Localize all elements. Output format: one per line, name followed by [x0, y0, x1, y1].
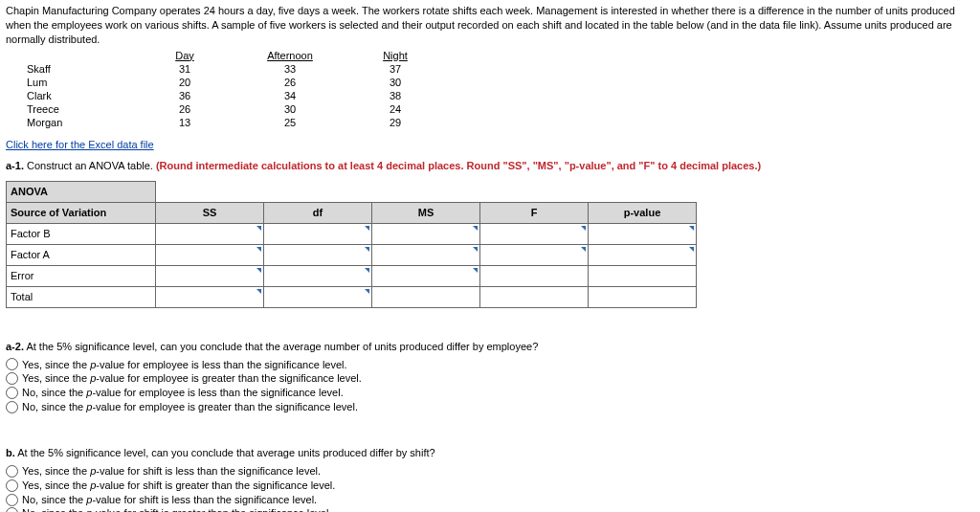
anova-input[interactable] [156, 265, 264, 286]
col-night: Night [343, 49, 448, 62]
anova-input[interactable] [480, 244, 589, 265]
anova-input[interactable] [589, 244, 697, 265]
radio-option[interactable]: No, since the p-value for shift is less … [6, 493, 974, 507]
anova-input[interactable] [589, 223, 697, 244]
option-label: No, since the p-value for shift is great… [22, 506, 331, 512]
anova-row-error: Error [7, 265, 156, 286]
radio-option[interactable]: No, since the p-value for shift is great… [6, 506, 974, 512]
excel-file-link[interactable]: Click here for the Excel data file [6, 139, 154, 150]
data-table: Day Afternoon Night Skaff313337 Lum20263… [6, 49, 448, 129]
option-label: Yes, since the p-value for shift is grea… [22, 479, 335, 493]
col-afternoon: Afternoon [237, 49, 343, 62]
radio-option[interactable]: No, since the p-value for employee is gr… [6, 400, 974, 414]
radio-icon[interactable] [6, 494, 18, 506]
radio-option[interactable]: Yes, since the p-value for shift is less… [6, 464, 974, 479]
anova-input[interactable] [264, 286, 372, 307]
anova-header-f: F [480, 202, 589, 223]
radio-option[interactable]: Yes, since the p-value for employee is g… [6, 371, 974, 386]
radio-icon[interactable] [6, 507, 18, 512]
anova-input[interactable] [156, 244, 264, 265]
radio-option[interactable]: No, since the p-value for employee is le… [6, 386, 974, 400]
question-a2: a-2. At the 5% significance level, can y… [6, 341, 974, 414]
radio-icon[interactable] [6, 358, 18, 370]
anova-header-source: Source of Variation [7, 202, 156, 223]
table-row: Clark363438 [6, 89, 448, 102]
option-label: No, since the p-value for shift is less … [22, 493, 317, 507]
question-a1: a-1. Construct an ANOVA table. (Round in… [6, 160, 974, 171]
anova-input[interactable] [264, 265, 372, 286]
anova-input[interactable] [480, 223, 589, 244]
radio-option[interactable]: Yes, since the p-value for employee is l… [6, 358, 974, 372]
option-label: Yes, since the p-value for employee is g… [22, 371, 362, 386]
anova-input[interactable] [372, 244, 480, 265]
option-label: Yes, since the p-value for employee is l… [22, 358, 347, 372]
radio-icon[interactable] [6, 479, 18, 492]
anova-input[interactable] [372, 265, 480, 286]
radio-icon[interactable] [6, 372, 18, 385]
anova-input[interactable] [156, 286, 264, 307]
anova-header-ms: MS [372, 202, 480, 223]
anova-header-p: p-value [589, 202, 697, 223]
option-label: No, since the p-value for employee is le… [22, 386, 344, 400]
anova-input[interactable] [156, 223, 264, 244]
radio-icon[interactable] [6, 387, 18, 399]
anova-header-df: df [264, 202, 372, 223]
radio-option[interactable]: Yes, since the p-value for shift is grea… [6, 479, 974, 493]
table-row: Treece263024 [6, 102, 448, 116]
anova-title: ANOVA [7, 181, 156, 202]
table-row: Skaff313337 [6, 62, 448, 76]
question-b: b. At the 5% significance level, can you… [6, 447, 974, 512]
anova-input[interactable] [372, 223, 480, 244]
radio-icon[interactable] [6, 401, 18, 413]
anova-input[interactable] [264, 244, 372, 265]
anova-input[interactable] [264, 223, 372, 244]
table-row: Morgan132529 [6, 116, 448, 129]
anova-row-factor-a: Factor A [7, 244, 156, 265]
problem-statement: Chapin Manufacturing Company operates 24… [6, 4, 974, 47]
anova-row-factor-b: Factor B [7, 223, 156, 244]
anova-row-total: Total [7, 286, 156, 307]
option-label: Yes, since the p-value for shift is less… [22, 464, 321, 479]
anova-table: ANOVA Source of Variation SS df MS F p-v… [6, 181, 697, 308]
anova-header-ss: SS [156, 202, 264, 223]
table-row: Lum202630 [6, 76, 448, 89]
option-label: No, since the p-value for employee is gr… [22, 400, 358, 414]
col-day: Day [132, 49, 237, 62]
radio-icon[interactable] [6, 465, 18, 478]
